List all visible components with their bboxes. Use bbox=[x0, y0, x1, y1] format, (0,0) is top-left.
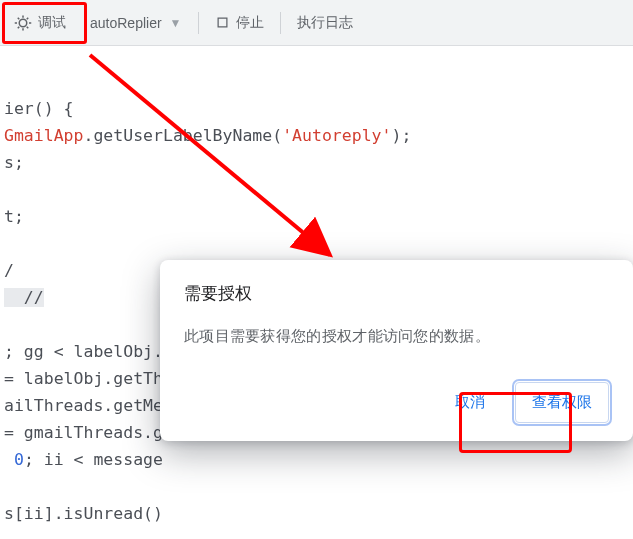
function-name: autoReplier bbox=[90, 15, 162, 31]
debug-icon bbox=[14, 14, 32, 32]
chevron-down-icon: ▼ bbox=[170, 16, 182, 30]
code-line: ailThreads.getMe bbox=[4, 396, 163, 415]
code-line: = gmailThreads.g bbox=[4, 423, 163, 442]
stop-label: 停止 bbox=[236, 14, 264, 32]
cancel-button[interactable]: 取消 bbox=[443, 383, 497, 422]
code-line: ; gg < labelObj. bbox=[4, 342, 163, 361]
dialog-title: 需要授权 bbox=[184, 282, 609, 305]
toolbar-separator bbox=[198, 12, 199, 34]
code-token: .getUserLabelByName( bbox=[83, 126, 282, 145]
stop-button[interactable]: 停止 bbox=[203, 6, 276, 40]
svg-point-0 bbox=[19, 19, 27, 27]
stop-icon bbox=[215, 15, 230, 30]
code-token-string: 'Autoreply' bbox=[282, 126, 391, 145]
execution-log-button[interactable]: 执行日志 bbox=[285, 6, 365, 40]
view-permissions-button[interactable]: 查看权限 bbox=[515, 382, 609, 423]
code-line: s[ii].isUnread() bbox=[4, 504, 163, 523]
code-token: ; ii < message bbox=[24, 450, 163, 469]
code-line: / bbox=[4, 261, 14, 280]
debug-button[interactable]: 调试 bbox=[2, 6, 78, 40]
code-token-class: GmailApp bbox=[4, 126, 83, 145]
authorization-dialog: 需要授权 此项目需要获得您的授权才能访问您的数据。 取消 查看权限 bbox=[160, 260, 633, 441]
toolbar: 调试 autoReplier ▼ 停止 执行日志 bbox=[0, 0, 633, 46]
code-line: s; bbox=[4, 153, 24, 172]
code-token: ); bbox=[391, 126, 411, 145]
debug-label: 调试 bbox=[38, 14, 66, 32]
toolbar-separator bbox=[280, 12, 281, 34]
log-label: 执行日志 bbox=[297, 14, 353, 32]
code-token bbox=[4, 450, 14, 469]
code-line: t; bbox=[4, 207, 24, 226]
code-token-number: 0 bbox=[14, 450, 24, 469]
code-line: ier() { bbox=[4, 99, 74, 118]
svg-rect-1 bbox=[218, 18, 227, 27]
code-line: = labelObj.getTh bbox=[4, 369, 163, 388]
code-line-active: // bbox=[4, 288, 44, 307]
dialog-body: 此项目需要获得您的授权才能访问您的数据。 bbox=[184, 327, 609, 346]
dialog-actions: 取消 查看权限 bbox=[184, 382, 609, 423]
function-selector[interactable]: autoReplier ▼ bbox=[78, 7, 194, 39]
